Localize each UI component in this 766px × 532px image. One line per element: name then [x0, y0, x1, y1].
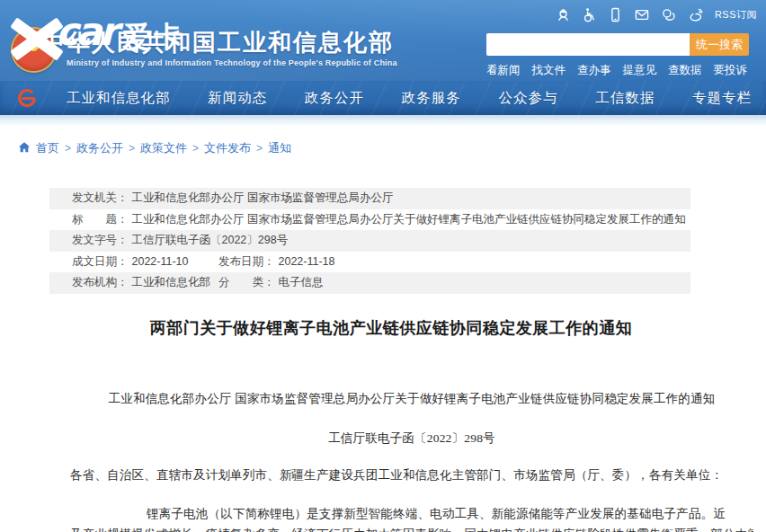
miit-document-page: { "header": { "title_cn": "中华人民共和国工业和信息化…: [0, 0, 766, 532]
breadcrumb-separator: >: [256, 142, 263, 155]
quick-link-services[interactable]: 查办事: [577, 63, 611, 78]
senior-mode-icon[interactable]: [556, 7, 571, 22]
search-area: 统一搜索 看新闻 找文件 查办事 提意见 查数据 要投诉: [486, 33, 749, 78]
rss-subscribe-link[interactable]: RSS订阅: [715, 8, 757, 22]
document-paragraph-line: 锂离子电池（以下简称锂电）是支撑新型智能终端、电动工具、新能源储能等产业发展的基…: [70, 505, 753, 522]
main-nav: 工业和信息化部 新闻动态 政务公开 政务服务 公众参与 工信数据 专题专栏: [0, 81, 766, 115]
meta-row-dates: 成文日期： 2022-11-10 发布日期： 2022-11-18: [49, 252, 690, 273]
meta-row-title: 标 题： 工业和信息化部办公厅 国家市场监督管理总局办公厅关于做好锂离子电池产业…: [49, 209, 690, 231]
document-subtitle: 工业和信息化部办公厅 国家市场监督管理总局办公厅关于做好锂离子电池产业链供应链协…: [70, 390, 753, 407]
meta-value-publish-date: 2022-11-18: [279, 252, 335, 273]
nav-item-data[interactable]: 工信数据: [595, 89, 655, 108]
breadcrumb-policy[interactable]: 政策文件: [140, 140, 187, 156]
breadcrumb-home[interactable]: 首页: [36, 140, 59, 156]
nav-item-topics[interactable]: 专题专栏: [692, 89, 752, 108]
quick-links: 看新闻 找文件 查办事 提意见 查数据 要投诉: [486, 63, 749, 78]
breadcrumb-release[interactable]: 文件发布: [204, 140, 251, 156]
document-body: 工业和信息化部办公厅 国家市场监督管理总局办公厅关于做好锂离子电池产业链供应链协…: [70, 390, 753, 532]
weibo-icon[interactable]: [688, 7, 704, 22]
meta-row-doc-number: 发文字号： 工信厅联电子函〔2022〕298号: [49, 230, 690, 252]
meta-label: 标 题：: [72, 209, 129, 231]
home-icon[interactable]: [18, 141, 31, 156]
breadcrumb-separator: >: [192, 142, 199, 155]
breadcrumb-gov-open[interactable]: 政务公开: [76, 140, 123, 156]
breadcrumb-separator: >: [65, 142, 71, 155]
quick-link-files[interactable]: 找文件: [532, 63, 566, 78]
header-utility-bar: RSS订阅: [556, 7, 757, 22]
meta-value-category: 电子信息: [279, 272, 324, 294]
meta-label: 发文机关：: [72, 188, 129, 209]
nav-fade-strip: [0, 115, 766, 127]
nav-item-services[interactable]: 政务服务: [402, 89, 461, 108]
quick-link-news[interactable]: 看新闻: [486, 63, 521, 78]
document-number: 工信厅联电子函〔2022〕298号: [70, 430, 753, 447]
xcar-cn-text: 爱卡: [122, 18, 185, 58]
meta-value-publisher: 工业和信息化部: [132, 272, 211, 294]
meta-value: 工信厅联电子函〔2022〕298号: [132, 230, 289, 252]
content: 发文机关： 工业和信息化部办公厅 国家市场监督管理总局办公厅 标 题： 工业和信…: [0, 188, 766, 532]
accessibility-wheelchair-icon[interactable]: [582, 7, 597, 22]
breadcrumb-notice[interactable]: 通知: [268, 140, 291, 156]
meta-label: 成文日期：: [72, 252, 129, 273]
mobile-version-icon[interactable]: [608, 7, 623, 22]
site-header: 中华人民共和国工业和信息化部 Ministry of Industry and …: [0, 0, 766, 81]
breadcrumb: 首页 > 政务公开 > 政策文件 > 文件发布 > 通知: [18, 140, 766, 156]
mail-icon[interactable]: [634, 7, 650, 22]
wechat-icon[interactable]: [661, 7, 677, 22]
meta-label: 分 类：: [218, 272, 275, 294]
nav-item-miit[interactable]: 工业和信息化部: [67, 89, 171, 108]
nav-item-public[interactable]: 公众参与: [499, 89, 558, 108]
xcar-car-text: car: [56, 9, 116, 54]
meta-row-issuing-agency: 发文机关： 工业和信息化部办公厅 国家市场监督管理总局办公厅: [49, 188, 690, 209]
quick-link-data[interactable]: 查数据: [668, 63, 702, 78]
nav-item-news[interactable]: 新闻动态: [208, 89, 267, 108]
xcar-watermark: car 爱卡: [9, 13, 198, 68]
meta-row-publisher: 发布机构： 工业和信息化部 分 类： 电子信息: [49, 272, 690, 294]
search-button[interactable]: 统一搜索: [690, 33, 749, 56]
meta-value: 工业和信息化部办公厅 国家市场监督管理总局办公厅关于做好锂离子电池产业链供应链协…: [132, 209, 686, 231]
meta-value: 工业和信息化部办公厅 国家市场监督管理总局办公厅: [132, 188, 394, 209]
quick-link-complaint[interactable]: 要投诉: [714, 63, 748, 78]
document-paragraph-line: 及产业规模爆发式增长、疫情复杂多变、经济下行压力加大等因素影响，国内锂电产业链供…: [70, 526, 753, 532]
meta-label: 发布机构：: [72, 272, 129, 294]
meta-label: 发布日期：: [218, 252, 275, 273]
breadcrumb-separator: >: [129, 142, 135, 155]
document-salutation: 各省、自治区、直辖市及计划单列市、新疆生产建设兵团工业和信息化主管部门、市场监管…: [70, 466, 753, 483]
doc-meta-table: 发文机关： 工业和信息化部办公厅 国家市场监督管理总局办公厅 标 题： 工业和信…: [49, 188, 690, 294]
search-input[interactable]: [486, 33, 690, 56]
meta-label: 发文字号：: [72, 230, 129, 252]
miit-e-logo-icon: [15, 86, 39, 113]
meta-value-written-date: 2022-11-10: [132, 252, 189, 273]
document-title: 两部门关于做好锂离子电池产业链供应链协同稳定发展工作的通知: [49, 317, 733, 339]
nav-item-gov-open[interactable]: 政务公开: [305, 89, 364, 108]
quick-link-feedback[interactable]: 提意见: [623, 63, 657, 78]
